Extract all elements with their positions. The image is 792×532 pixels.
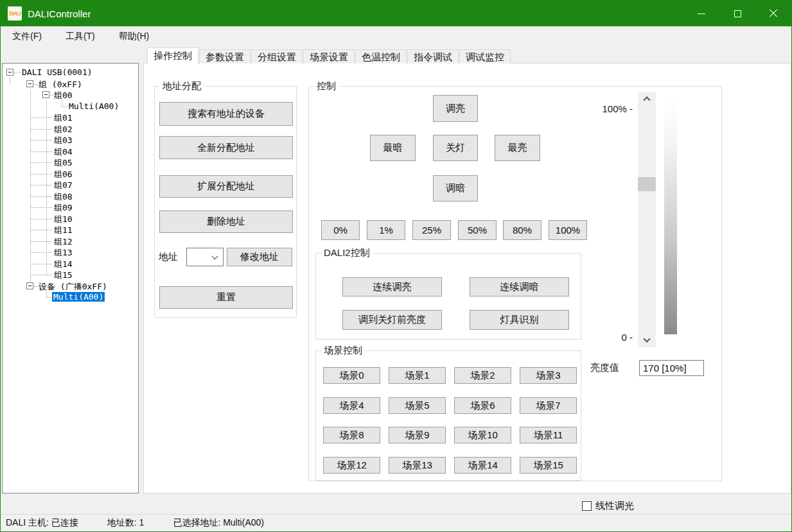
scene-10-button[interactable]: 场景10 [454,427,511,443]
tree-item-group10[interactable]: 组10 [3,213,138,225]
tab-parameter-settings[interactable]: 参数设置 [199,49,251,64]
linear-dimming-checkbox[interactable]: 线性调光 [582,500,634,512]
tree-item-label: 设备 (广播0xFF) [39,281,107,293]
delete-address-button[interactable]: 删除地址 [159,210,293,233]
tree-item-group07[interactable]: 组07 [3,179,138,191]
tree-item-group13[interactable]: 组13 [3,246,138,258]
scene-5-button[interactable]: 场景5 [389,397,446,414]
tree-item-group00[interactable]: 组00 [3,89,138,101]
tree-item-label-selected: Multi(A00) [52,292,105,302]
scene-4-button[interactable]: 场景4 [323,397,380,414]
max-brightness-button[interactable]: 最亮 [495,135,540,161]
brightness-value-input[interactable] [639,360,704,376]
maximize-icon [734,10,741,17]
scene-7-button[interactable]: 场景7 [520,397,577,414]
lamp-identify-button[interactable]: 灯具识别 [470,310,569,330]
collapse-icon[interactable] [6,69,13,76]
menu-help[interactable]: 帮助(H) [119,28,157,45]
chevron-down-icon [643,336,650,343]
percent-50-button[interactable]: 50% [458,220,497,240]
collapse-icon[interactable] [26,80,33,87]
scene-12-button[interactable]: 场景12 [323,457,380,474]
maximize-button[interactable] [719,1,755,26]
address-combobox[interactable] [186,248,224,266]
scene-0-button[interactable]: 场景0 [323,367,380,384]
tab-command-debug[interactable]: 指令调试 [407,49,459,64]
scene-8-button[interactable]: 场景8 [323,427,380,443]
tree-item-group15[interactable]: 组15 [3,269,138,280]
tab-operation-control[interactable]: 操作控制 [147,47,198,64]
chevron-down-icon [212,253,218,260]
scene-15-button[interactable]: 场景15 [520,457,577,474]
scene-6-button[interactable]: 场景6 [454,397,511,414]
percent-80-button[interactable]: 80% [503,220,541,240]
scroll-up-button[interactable] [638,92,656,105]
tree-item-group03[interactable]: 组03 [3,134,138,146]
scene-14-button[interactable]: 场景14 [454,457,511,474]
tab-strip: 操作控制 参数设置 分组设置 场景设置 色温控制 指令调试 调试监控 [147,47,511,64]
app-window: DALI DALIController 文件(F) 工具(T) 帮助(H) DA… [0,0,792,532]
menu-file[interactable]: 文件(F) [12,28,50,45]
scene-11-button[interactable]: 场景11 [520,427,577,443]
tree-item-group09[interactable]: 组09 [3,202,138,213]
status-host-connection: DALI 主机: 已连接 [6,517,78,529]
recall-last-level-button[interactable]: 调到关灯前亮度 [342,310,442,330]
reset-button[interactable]: 重置 [159,286,293,309]
tree-item-root[interactable]: DALI USB(0001) [3,67,138,78]
scrollbar-thumb[interactable] [638,177,656,191]
minimize-icon [698,13,705,14]
tab-color-temp-control[interactable]: 色温控制 [355,49,407,64]
tree-item-group12[interactable]: 组12 [3,236,138,247]
menu-tools[interactable]: 工具(T) [66,28,103,45]
scene-2-button[interactable]: 场景2 [454,367,511,384]
continuous-dim-up-button[interactable]: 连续调亮 [342,277,442,296]
tree-item-group-root[interactable]: 组 (0xFF) [3,78,138,90]
tab-scene-settings[interactable]: 场景设置 [303,49,355,64]
tree-item-group14[interactable]: 组14 [3,258,138,270]
tree-item-label: 组02 [54,124,73,135]
brightness-value-label: 亮度值 [590,362,619,374]
continuous-dim-down-button[interactable]: 连续调暗 [470,277,569,296]
scene-13-button[interactable]: 场景13 [389,457,446,474]
search-addressed-devices-button[interactable]: 搜索有地址的设备 [159,102,293,126]
dim-up-button[interactable]: 调亮 [433,95,478,122]
assign-new-addresses-button[interactable]: 全新分配地址 [159,136,293,159]
tree-item-label: DALI USB(0001) [22,67,92,77]
tree-item-group04[interactable]: 组04 [3,146,138,157]
tab-debug-monitor[interactable]: 调试监控 [459,49,511,64]
tree-item-group08[interactable]: 组08 [3,191,138,202]
minimize-button[interactable] [683,1,719,26]
tree-item-group06[interactable]: 组06 [3,168,138,180]
tree-item-group01[interactable]: 组01 [3,112,138,123]
scene-control-group: 场景控制 场景0 场景1 场景2 场景3 场景4 场景5 场景6 场景7 场景8… [315,350,581,481]
close-button[interactable] [755,1,791,26]
collapse-icon[interactable] [42,91,49,98]
tree-guide-line [46,292,47,297]
scene-1-button[interactable]: 场景1 [389,367,446,384]
tree-item-group11[interactable]: 组11 [3,224,138,236]
scene-9-button[interactable]: 场景9 [389,427,446,443]
min-brightness-button[interactable]: 最暗 [370,135,416,161]
group-title: 场景控制 [321,345,365,357]
tree-item-group02[interactable]: 组02 [3,123,138,135]
lamp-off-button[interactable]: 关灯 [433,135,478,161]
modify-address-button[interactable]: 修改地址 [227,248,292,266]
extend-assign-addresses-button[interactable]: 扩展分配地址 [159,175,293,198]
group-title: DALI2控制 [321,247,373,259]
percent-100-button[interactable]: 100% [549,220,587,240]
tree-item-multi-a00[interactable]: Multi(A00) [3,101,138,112]
checkbox-unchecked-icon[interactable] [582,501,592,511]
tab-grouping-settings[interactable]: 分组设置 [251,49,303,64]
percent-25-button[interactable]: 25% [412,220,451,240]
percent-1-button[interactable]: 1% [367,220,405,240]
scene-3-button[interactable]: 场景3 [520,367,577,384]
tree-item-multi-a00-selected[interactable]: Multi(A00) [3,291,138,303]
percent-0-button[interactable]: 0% [321,220,360,240]
brightness-scrollbar[interactable] [638,92,656,347]
dim-down-button[interactable]: 调暗 [433,175,478,202]
tree-item-device-broadcast[interactable]: 设备 (广播0xFF) [3,280,138,292]
collapse-icon[interactable] [26,282,33,289]
tree-item-group05[interactable]: 组05 [3,157,138,168]
scroll-down-button[interactable] [638,334,656,347]
tree-item-label: 组10 [54,214,73,225]
